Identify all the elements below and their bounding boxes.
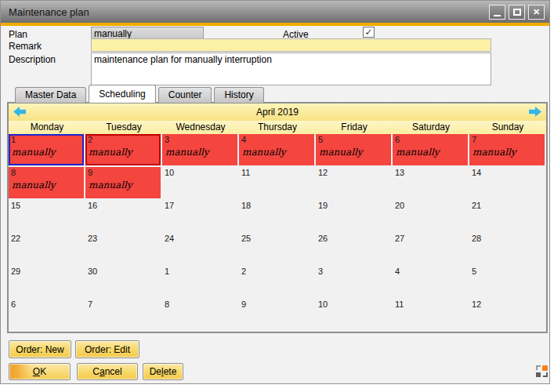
calendar-day[interactable]: 18 xyxy=(239,200,316,233)
delete-button[interactable]: Delete xyxy=(143,363,183,380)
plan-label: Plan xyxy=(9,29,27,40)
order-edit-button[interactable]: Order: Edit xyxy=(75,340,139,358)
calendar-day[interactable]: 9manually xyxy=(85,167,162,200)
calendar-day[interactable]: 27 xyxy=(393,233,469,266)
calendar-day[interactable]: 28 xyxy=(469,233,546,266)
active-checkbox[interactable] xyxy=(363,27,375,38)
calendar-day[interactable]: 11 xyxy=(239,167,316,200)
calendar-day[interactable]: 9 xyxy=(239,299,316,332)
calendar-day[interactable]: 5 xyxy=(469,266,546,299)
calendar-day[interactable]: 6 xyxy=(9,299,85,332)
minimize-icon xyxy=(494,15,501,16)
calendar-day[interactable]: 4 xyxy=(393,266,469,299)
minimize-button[interactable] xyxy=(489,5,505,20)
weekday-label: Thursday xyxy=(239,121,316,134)
cancel-button[interactable]: Cancel xyxy=(77,363,138,380)
weekday-row: MondayTuesdayWednesdayThursdayFridaySatu… xyxy=(9,121,546,134)
maximize-button[interactable] xyxy=(509,5,525,20)
calendar-day[interactable]: 15 xyxy=(9,200,85,233)
month-title: April 2019 xyxy=(256,107,299,118)
tab-history[interactable]: History xyxy=(214,87,263,103)
maintenance-plan-window: Maintenance plan ✕ Plan Active Remark De… xyxy=(0,0,550,384)
description-input[interactable]: maintenance plan for manually interrupti… xyxy=(91,53,491,85)
weekday-label: Sunday xyxy=(469,121,546,134)
weekday-label: Friday xyxy=(316,121,393,134)
remark-label: Remark xyxy=(9,41,42,52)
title-bar: Maintenance plan ✕ xyxy=(1,1,549,23)
calendar-day[interactable]: 29 xyxy=(9,266,85,299)
calendar-day[interactable]: 14 xyxy=(469,167,546,200)
weekday-label: Tuesday xyxy=(85,121,162,134)
calendar-day[interactable]: 30 xyxy=(85,266,162,299)
close-button[interactable]: ✕ xyxy=(528,5,545,20)
calendar-day[interactable]: 2 xyxy=(239,266,316,299)
calendar-day[interactable]: 21 xyxy=(469,200,546,233)
order-new-button[interactable]: Order: New xyxy=(9,340,71,358)
calendar-day[interactable]: 6manually xyxy=(393,134,469,167)
tab-counter[interactable]: Counter xyxy=(158,87,212,103)
calendar-day[interactable]: 12 xyxy=(469,299,546,332)
calendar-day[interactable]: 24 xyxy=(162,233,239,266)
close-icon: ✕ xyxy=(533,8,540,16)
calendar-day[interactable]: 1 xyxy=(162,266,239,299)
calendar-day[interactable]: 10 xyxy=(316,299,393,332)
previous-month-arrow-icon[interactable] xyxy=(13,107,26,117)
calendar-day[interactable]: 17 xyxy=(162,200,239,233)
calendar-day[interactable]: 12 xyxy=(316,167,393,200)
window-title: Maintenance plan xyxy=(9,6,486,18)
calendar-day[interactable]: 23 xyxy=(85,233,162,266)
calendar-day[interactable]: 1manually xyxy=(9,134,85,167)
calendar-month-header: April 2019 xyxy=(9,103,546,121)
ok-button[interactable]: OK xyxy=(9,363,71,380)
maximize-icon xyxy=(513,9,521,16)
calendar-day[interactable]: 19 xyxy=(316,200,393,233)
calendar-day[interactable]: 10 xyxy=(162,167,239,200)
weekday-label: Wednesday xyxy=(162,121,239,134)
calendar-day[interactable]: 7 xyxy=(85,299,162,332)
calendar-day[interactable]: 2manually xyxy=(85,134,162,167)
remark-input[interactable] xyxy=(91,38,491,52)
tab-scheduling[interactable]: Scheduling xyxy=(89,85,155,103)
weekday-label: Monday xyxy=(9,121,85,134)
calendar-day[interactable]: 7manually xyxy=(469,134,546,167)
calendar-day[interactable]: 26 xyxy=(316,233,393,266)
tab-master-data[interactable]: Master Data xyxy=(15,87,86,103)
calendar-day[interactable]: 13 xyxy=(393,167,469,200)
calendar-day[interactable]: 8 xyxy=(162,299,239,332)
calendar-day[interactable]: 11 xyxy=(393,299,469,332)
calendar-day[interactable]: 5manually xyxy=(316,134,393,167)
description-label: Description xyxy=(9,54,56,65)
accent-bar xyxy=(1,23,549,26)
resize-form-icon[interactable] xyxy=(536,365,548,377)
calendar-day[interactable]: 3manually xyxy=(162,134,239,167)
next-month-arrow-icon[interactable] xyxy=(529,107,541,117)
calendar-day[interactable]: 3 xyxy=(316,266,393,299)
calendar-panel: April 2019 MondayTuesdayWednesdayThursda… xyxy=(7,102,548,333)
calendar-day[interactable]: 22 xyxy=(9,233,85,266)
calendar-day[interactable]: 8manually xyxy=(9,167,85,200)
calendar-day[interactable]: 4manually xyxy=(239,134,316,167)
calendar-day[interactable]: 16 xyxy=(85,200,162,233)
calendar-day[interactable]: 25 xyxy=(239,233,316,266)
weekday-label: Saturday xyxy=(393,121,469,134)
tab-bar: Master DataSchedulingCounterHistory xyxy=(15,85,266,103)
calendar-day[interactable]: 20 xyxy=(393,200,469,233)
calendar-grid: 1manually2manually3manually4manually5man… xyxy=(9,134,546,332)
